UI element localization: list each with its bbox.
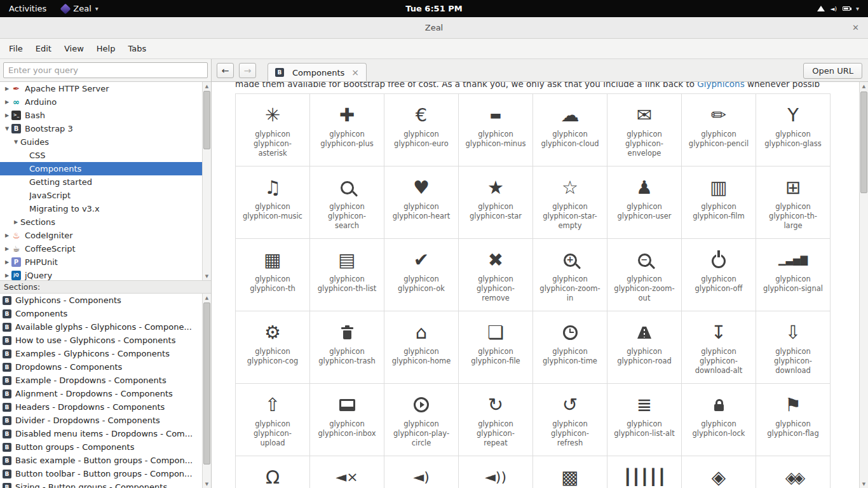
glyph-cell-film: ▥glyphicon glyphicon-film xyxy=(682,166,756,239)
section-item-divider-dropdowns-components[interactable]: BDivider - Dropdowns - Components xyxy=(0,414,211,427)
expander-icon[interactable]: ▼ xyxy=(11,139,20,145)
star-icon: ★ xyxy=(487,175,504,200)
tree-item-label: Arduino xyxy=(25,97,57,107)
section-item-examples-glyphicons-components[interactable]: BExamples - Glyphicons - Components xyxy=(0,347,211,360)
glyph-label: glyphicon glyphicon-flag xyxy=(756,419,830,438)
menu-view[interactable]: View xyxy=(58,41,90,57)
menu-edit[interactable]: Edit xyxy=(29,41,58,57)
expander-icon[interactable]: ▼ xyxy=(3,126,11,132)
window-close-icon[interactable]: ✕ xyxy=(852,23,859,32)
sections-scrollbar-thumb[interactable] xyxy=(203,302,210,464)
asterisk-icon: ✳ xyxy=(265,102,280,128)
glyphicons-link[interactable]: Glyphicons xyxy=(697,82,744,89)
scroll-up-icon[interactable]: ▲ xyxy=(860,82,868,90)
menu-tabs[interactable]: Tabs xyxy=(121,41,153,57)
clock[interactable]: Tue 6:51 PM xyxy=(405,4,462,13)
list-alt-icon: ≣ xyxy=(637,392,652,417)
glyph-cell-volume-up: ◄))glyphicon glyphicon-volume-up xyxy=(459,456,533,488)
tree-item-css[interactable]: CSS xyxy=(0,149,211,162)
tree-item-coffeescript[interactable]: ▶☕CoffeeScript xyxy=(0,242,211,255)
section-item-button-groups-components[interactable]: BButton groups - Components xyxy=(0,440,211,454)
tree-item-label: Guides xyxy=(20,137,49,147)
section-item-components[interactable]: BComponents xyxy=(0,307,211,320)
open-url-button[interactable]: Open URL xyxy=(803,63,862,79)
tree-item-arduino[interactable]: ▶∞Arduino xyxy=(0,95,211,109)
glyph-cell-user: ♟glyphicon glyphicon-user xyxy=(607,166,682,239)
section-item-basic-example-button-groups-compon[interactable]: BBasic example - Button groups - Compon.… xyxy=(0,454,211,467)
expander-icon[interactable]: ▶ xyxy=(3,246,11,252)
sections-scrollbar[interactable]: ▲ ▼ xyxy=(202,294,211,488)
tree-item-getting-started[interactable]: Getting started xyxy=(0,175,211,189)
menu-help[interactable]: Help xyxy=(90,41,122,57)
glyph-cell-trash: glyphicon glyphicon-trash xyxy=(310,311,384,384)
tree-item-label: Bash xyxy=(25,111,45,120)
expander-icon[interactable]: ▶ xyxy=(3,233,11,238)
window-titlebar[interactable]: Zeal ✕ xyxy=(0,17,868,39)
section-item-sizing-button-groups-components[interactable]: BSizing - Button groups - Components xyxy=(0,480,211,488)
expander-icon[interactable]: ▶ xyxy=(3,259,11,265)
tree-item-sections[interactable]: ▶Sections xyxy=(0,215,211,229)
scroll-up-icon[interactable]: ▲ xyxy=(203,82,211,90)
section-item-button-toolbar-button-groups-compon[interactable]: BButton toolbar - Button groups - Compon… xyxy=(0,467,211,480)
section-item-available-glyphs-glyphicons-compone[interactable]: BAvailable glyphs - Glyphicons - Compone… xyxy=(0,320,211,334)
section-item-alignment-dropdowns-components[interactable]: BAlignment - Dropdowns - Components xyxy=(0,387,211,400)
tree-item-guides[interactable]: ▼Guides xyxy=(0,135,211,149)
tree-item-codeigniter[interactable]: ▶♨CodeIgniter xyxy=(0,229,211,242)
scroll-down-icon[interactable]: ▼ xyxy=(203,480,211,488)
expander-icon[interactable]: ▶ xyxy=(3,112,11,118)
section-item-headers-dropdowns-components[interactable]: BHeaders - Dropdowns - Components xyxy=(0,400,211,414)
expander-icon[interactable]: ▶ xyxy=(11,219,20,225)
search-input[interactable] xyxy=(3,62,208,78)
phpunit-docset-icon: P xyxy=(11,257,21,267)
activities-button[interactable]: Activities xyxy=(0,4,55,13)
menu-file[interactable]: File xyxy=(3,41,29,57)
bootstrap-icon: B xyxy=(3,390,11,398)
tree-item-phpunit[interactable]: ▶PPHPUnit xyxy=(0,255,211,269)
road-icon xyxy=(637,320,651,345)
glyph-label: glyphicon glyphicon-search xyxy=(310,202,384,231)
app-menu[interactable]: Zeal ▾ xyxy=(55,4,105,13)
section-item-label: Alignment - Dropdowns - Components xyxy=(15,389,173,398)
tree-item-apache-http-server[interactable]: ▶✒Apache HTTP Server xyxy=(0,82,211,95)
glyph-label: glyphicon glyphicon-asterisk xyxy=(236,130,309,158)
signal-icon: ▁▃▅▇ xyxy=(778,247,808,273)
expander-icon[interactable]: ▶ xyxy=(3,273,11,278)
glyph-label: glyphicon glyphicon-cog xyxy=(236,347,309,366)
app-menu-label: Zeal xyxy=(73,4,91,13)
glyph-label: glyphicon glyphicon-signal xyxy=(756,274,830,294)
system-status-area[interactable]: ◄) ▾ xyxy=(817,5,868,12)
expander-icon[interactable]: ▶ xyxy=(3,86,11,92)
zeal-app-icon xyxy=(60,3,71,14)
tab-close-icon[interactable]: × xyxy=(351,67,359,78)
glyph-cell-star-empty: ☆glyphicon glyphicon-star-empty xyxy=(533,166,607,239)
scroll-down-icon[interactable]: ▼ xyxy=(860,480,868,488)
scroll-down-icon[interactable]: ▼ xyxy=(203,272,211,280)
section-item-how-to-use-glyphicons-components[interactable]: BHow to use - Glyphicons - Components xyxy=(0,334,211,347)
tree-item-javascript[interactable]: JavaScript xyxy=(0,189,211,202)
glyph-cell-off: glyphicon glyphicon-off xyxy=(682,239,756,311)
tab-components[interactable]: B Components × xyxy=(268,63,367,81)
content-header: ← → B Components × Open URL xyxy=(212,59,868,82)
forward-button[interactable]: → xyxy=(239,63,256,78)
download-icon: ⇩ xyxy=(785,320,801,345)
content-scrollbar[interactable]: ▲ ▼ xyxy=(859,82,868,488)
section-item-glyphicons-components[interactable]: BGlyphicons - Components xyxy=(0,294,211,307)
tree-scrollbar-thumb[interactable] xyxy=(203,91,210,149)
tree-scrollbar[interactable]: ▲ ▼ xyxy=(202,82,211,280)
glyph-cell-qrcode: ▩glyphicon glyphicon-qrcode xyxy=(533,456,607,488)
scroll-up-icon[interactable]: ▲ xyxy=(203,294,211,302)
tree-item-bash[interactable]: ▶>_Bash xyxy=(0,109,211,122)
tree-item-components[interactable]: Components xyxy=(0,162,211,175)
tree-item-jquery[interactable]: ▶jQjQuery xyxy=(0,269,211,280)
sidebar: ▶✒Apache HTTP Server▶∞Arduino▶>_Bash▼BBo… xyxy=(0,59,212,488)
tree-item-migrating-to-v3-x[interactable]: Migrating to v3.x xyxy=(0,202,211,215)
tree-item-bootstrap-3[interactable]: ▼BBootstrap 3 xyxy=(0,122,211,135)
content-scrollbar-thumb[interactable] xyxy=(860,92,867,193)
section-item-example-dropdowns-components[interactable]: BExample - Dropdowns - Components xyxy=(0,374,211,387)
expander-icon[interactable]: ▶ xyxy=(3,99,11,105)
repeat-icon: ↻ xyxy=(488,392,503,417)
back-button[interactable]: ← xyxy=(217,63,234,78)
section-item-disabled-menu-items-dropdowns-com[interactable]: BDisabled menu items - Dropdowns - Com..… xyxy=(0,427,211,440)
section-item-label: Components xyxy=(15,309,67,318)
section-item-dropdowns-components[interactable]: BDropdowns - Components xyxy=(0,360,211,374)
